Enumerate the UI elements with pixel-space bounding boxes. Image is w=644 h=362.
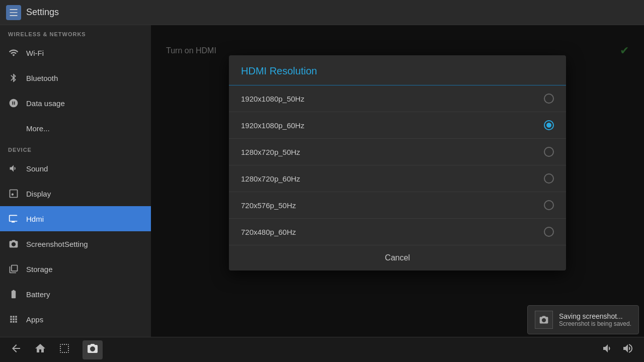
hdmi-resolution-dialog: HDMI Resolution 1920x1080p_50Hz 1920x108… [229,55,566,270]
home-button[interactable] [34,342,46,357]
sidebar-item-battery-label: Battery [26,290,50,299]
resolution-label-3: 1280x720p_50Hz [241,148,300,156]
sidebar-item-storage[interactable]: Storage [0,256,151,282]
dialog-header: HDMI Resolution [229,55,566,85]
resolution-item-6[interactable]: 720x480p_60Hz [229,219,566,245]
sidebar-item-bluetooth[interactable]: Bluetooth [0,65,151,90]
screenshot-notification: Saving screenshot... Screenshot is being… [527,305,639,334]
wifi-icon [8,47,19,58]
display-icon [8,188,19,199]
sidebar-item-apps[interactable]: Apps [0,307,151,332]
radio-btn-3[interactable] [544,147,554,157]
volume-controls [601,342,634,357]
sidebar-item-wifi-label: Wi-Fi [26,49,44,57]
screenshot-icon [8,238,19,249]
sidebar-item-hdmi[interactable]: Hdmi [0,206,151,231]
sidebar-item-hdmi-label: Hdmi [26,215,44,223]
resolution-label-4: 1280x720p_60Hz [241,174,300,183]
sidebar: WIRELESS & NETWORKS Wi-Fi Bluetooth [0,25,151,362]
cancel-button[interactable]: Cancel [229,245,566,270]
bluetooth-icon [8,72,19,83]
sidebar-item-display-label: Display [26,190,51,198]
sidebar-item-datausage[interactable]: Data usage [0,90,151,116]
sidebar-item-display[interactable]: Display [0,181,151,206]
resolution-label-2: 1920x1080p_60Hz [241,121,304,130]
settings-icon [6,5,21,20]
radio-btn-5[interactable] [544,200,554,210]
resolution-item-5[interactable]: 720x576p_50Hz [229,192,566,219]
screenshot-button[interactable] [83,340,103,359]
volume-up-button[interactable] [622,342,634,357]
page-title: Settings [26,7,59,18]
notif-text-block: Saving screenshot... Screenshot is being… [559,312,631,327]
sidebar-item-bluetooth-label: Bluetooth [26,74,58,82]
sidebar-item-more[interactable]: More... [0,116,151,141]
recents-button[interactable] [58,342,70,357]
notif-title: Saving screenshot... [559,312,631,320]
section-device: DEVICE [0,141,151,156]
resolution-item-4[interactable]: 1280x720p_60Hz [229,165,566,192]
volume-down-button[interactable] [601,342,613,357]
radio-btn-6[interactable] [544,227,554,237]
sidebar-item-sound[interactable]: Sound [0,156,151,181]
titlebar: Settings [0,0,644,25]
sidebar-item-screenshot[interactable]: ScreenshotSetting [0,231,151,256]
resolution-item-2[interactable]: 1920x1080p_60Hz [229,112,566,139]
notif-thumbnail [535,311,553,329]
resolution-label-6: 720x480p_60Hz [241,228,296,236]
sidebar-item-battery[interactable]: Battery [0,282,151,307]
resolution-label-1: 1920x1080p_50Hz [241,95,304,103]
resolution-item-3[interactable]: 1280x720p_50Hz [229,139,566,165]
resolution-label-5: 720x576p_50Hz [241,201,296,210]
dialog-title: HDMI Resolution [241,65,317,76]
notif-subtitle: Screenshot is being saved. [559,320,631,327]
radio-btn-4[interactable] [544,173,554,184]
bottombar [0,337,644,362]
battery-icon [8,289,19,300]
section-wireless: WIRELESS & NETWORKS [0,25,151,40]
nav-icons [10,340,103,359]
resolution-item-1[interactable]: 1920x1080p_50Hz [229,85,566,112]
datausage-icon [8,98,19,109]
radio-btn-1[interactable] [544,94,554,104]
radio-btn-2[interactable] [544,120,554,130]
storage-icon [8,263,19,275]
sidebar-item-sound-label: Sound [26,164,48,173]
sidebar-item-apps-label: Apps [26,315,43,324]
more-icon [8,123,19,134]
sidebar-item-wifi[interactable]: Wi-Fi [0,40,151,65]
apps-icon [8,314,19,325]
sound-icon [8,163,19,174]
sidebar-item-more-label: More... [26,124,50,133]
back-button[interactable] [10,342,22,357]
sidebar-item-screenshot-label: ScreenshotSetting [26,240,88,248]
hdmi-icon [8,213,19,224]
sidebar-item-storage-label: Storage [26,265,53,274]
sidebar-item-datausage-label: Data usage [26,99,65,108]
